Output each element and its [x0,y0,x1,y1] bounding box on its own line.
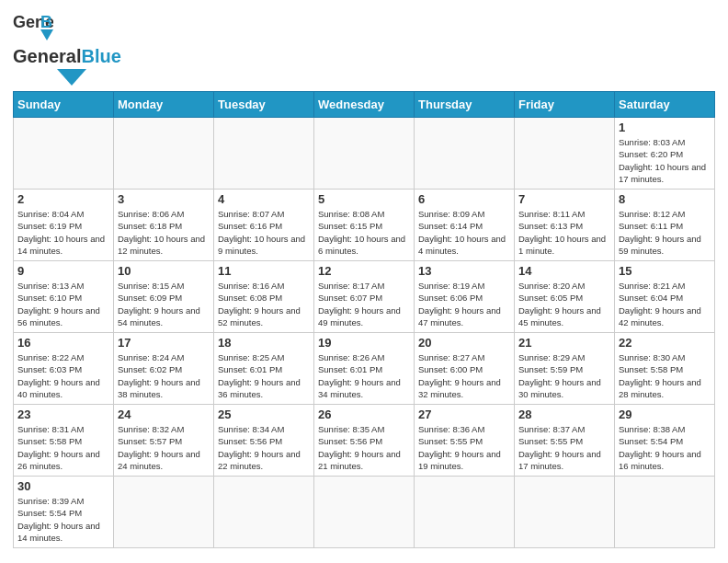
calendar-cell [314,477,415,548]
calendar-cell: 10Sunrise: 8:15 AM Sunset: 6:09 PM Dayli… [114,261,214,333]
day-number: 8 [619,192,711,206]
calendar-cell [615,477,715,548]
calendar-week-row: 30Sunrise: 8:39 AM Sunset: 5:54 PM Dayli… [14,477,715,548]
day-info: Sunrise: 8:39 AM Sunset: 5:54 PM Dayligh… [17,495,109,544]
logo-triangle [57,69,86,86]
calendar-cell [314,118,415,190]
day-number: 18 [218,336,310,350]
calendar-cell: 20Sunrise: 8:27 AM Sunset: 6:00 PM Dayli… [415,333,515,405]
day-number: 23 [17,408,109,421]
day-number: 11 [218,264,310,278]
calendar-cell [515,118,615,190]
day-number: 30 [17,479,109,493]
calendar-cell: 7Sunrise: 8:11 AM Sunset: 6:13 PM Daylig… [515,190,615,261]
weekday-header-saturday: Saturday [615,92,715,118]
day-info: Sunrise: 8:34 AM Sunset: 5:56 PM Dayligh… [218,423,310,472]
logo: General B GeneralBlue [13,9,121,86]
page: General B GeneralBlue SundayMondayTuesda… [0,0,728,561]
day-number: 4 [218,192,310,206]
day-number: 26 [318,408,410,421]
day-number: 17 [118,336,210,350]
calendar-cell: 3Sunrise: 8:06 AM Sunset: 6:18 PM Daylig… [114,190,214,261]
calendar-cell [14,118,114,190]
day-info: Sunrise: 8:24 AM Sunset: 6:02 PM Dayligh… [118,351,210,400]
calendar-cell: 30Sunrise: 8:39 AM Sunset: 5:54 PM Dayli… [14,477,114,548]
day-info: Sunrise: 8:20 AM Sunset: 6:05 PM Dayligh… [518,280,610,328]
day-number: 27 [418,408,510,421]
calendar-cell: 26Sunrise: 8:35 AM Sunset: 5:56 PM Dayli… [314,405,415,477]
calendar-table: SundayMondayTuesdayWednesdayThursdayFrid… [13,91,715,548]
day-info: Sunrise: 8:35 AM Sunset: 5:56 PM Dayligh… [318,423,410,472]
day-info: Sunrise: 8:11 AM Sunset: 6:13 PM Dayligh… [518,208,610,257]
calendar-week-row: 9Sunrise: 8:13 AM Sunset: 6:10 PM Daylig… [14,261,715,333]
calendar-cell: 13Sunrise: 8:19 AM Sunset: 6:06 PM Dayli… [415,261,515,333]
calendar-cell: 18Sunrise: 8:25 AM Sunset: 6:01 PM Dayli… [214,333,314,405]
day-number: 21 [518,336,610,350]
calendar-week-row: 23Sunrise: 8:31 AM Sunset: 5:58 PM Dayli… [14,405,715,477]
day-info: Sunrise: 8:31 AM Sunset: 5:58 PM Dayligh… [17,423,109,472]
calendar-week-row: 16Sunrise: 8:22 AM Sunset: 6:03 PM Dayli… [14,333,715,405]
day-number: 20 [418,336,510,350]
calendar-cell: 25Sunrise: 8:34 AM Sunset: 5:56 PM Dayli… [214,405,314,477]
weekday-header-thursday: Thursday [415,92,515,118]
day-number: 12 [318,264,410,278]
day-info: Sunrise: 8:17 AM Sunset: 6:07 PM Dayligh… [318,280,410,328]
day-info: Sunrise: 8:03 AM Sunset: 6:20 PM Dayligh… [619,136,711,185]
day-info: Sunrise: 8:32 AM Sunset: 5:57 PM Dayligh… [118,423,210,472]
logo-general: General [13,46,81,66]
day-number: 10 [118,264,210,278]
day-number: 2 [17,192,109,206]
calendar-cell: 1Sunrise: 8:03 AM Sunset: 6:20 PM Daylig… [615,118,715,190]
day-number: 16 [17,336,109,350]
day-info: Sunrise: 8:16 AM Sunset: 6:08 PM Dayligh… [218,280,310,328]
calendar-cell: 24Sunrise: 8:32 AM Sunset: 5:57 PM Dayli… [114,405,214,477]
calendar-cell: 11Sunrise: 8:16 AM Sunset: 6:08 PM Dayli… [214,261,314,333]
calendar-cell [114,477,214,548]
day-info: Sunrise: 8:21 AM Sunset: 6:04 PM Dayligh… [619,280,711,328]
day-info: Sunrise: 8:09 AM Sunset: 6:14 PM Dayligh… [418,208,510,257]
day-info: Sunrise: 8:29 AM Sunset: 5:59 PM Dayligh… [518,351,610,400]
logo-icon: General B [13,9,53,44]
logo-blue: Blue [81,46,120,66]
calendar-cell: 22Sunrise: 8:30 AM Sunset: 5:58 PM Dayli… [615,333,715,405]
svg-text:B: B [40,13,52,31]
calendar-cell: 6Sunrise: 8:09 AM Sunset: 6:14 PM Daylig… [415,190,515,261]
calendar-cell: 2Sunrise: 8:04 AM Sunset: 6:19 PM Daylig… [14,190,114,261]
day-info: Sunrise: 8:06 AM Sunset: 6:18 PM Dayligh… [118,208,210,257]
day-info: Sunrise: 8:07 AM Sunset: 6:16 PM Dayligh… [218,208,310,257]
day-info: Sunrise: 8:38 AM Sunset: 5:54 PM Dayligh… [619,423,711,472]
day-number: 29 [619,408,711,421]
weekday-header-tuesday: Tuesday [214,92,314,118]
calendar-cell: 19Sunrise: 8:26 AM Sunset: 6:01 PM Dayli… [314,333,415,405]
day-number: 1 [619,121,711,134]
day-number: 24 [118,408,210,421]
calendar-cell: 15Sunrise: 8:21 AM Sunset: 6:04 PM Dayli… [615,261,715,333]
day-number: 14 [518,264,610,278]
weekday-header-sunday: Sunday [14,92,114,118]
day-number: 22 [619,336,711,350]
header: General B GeneralBlue [13,9,715,86]
calendar-cell: 12Sunrise: 8:17 AM Sunset: 6:07 PM Dayli… [314,261,415,333]
day-info: Sunrise: 8:15 AM Sunset: 6:09 PM Dayligh… [118,280,210,328]
day-info: Sunrise: 8:26 AM Sunset: 6:01 PM Dayligh… [318,351,410,400]
day-info: Sunrise: 8:30 AM Sunset: 5:58 PM Dayligh… [619,351,711,400]
calendar-cell [415,118,515,190]
calendar-cell: 14Sunrise: 8:20 AM Sunset: 6:05 PM Dayli… [515,261,615,333]
calendar-week-row: 2Sunrise: 8:04 AM Sunset: 6:19 PM Daylig… [14,190,715,261]
calendar-cell: 27Sunrise: 8:36 AM Sunset: 5:55 PM Dayli… [415,405,515,477]
calendar-cell: 9Sunrise: 8:13 AM Sunset: 6:10 PM Daylig… [14,261,114,333]
day-number: 5 [318,192,410,206]
calendar-cell: 21Sunrise: 8:29 AM Sunset: 5:59 PM Dayli… [515,333,615,405]
calendar-cell: 4Sunrise: 8:07 AM Sunset: 6:16 PM Daylig… [214,190,314,261]
day-info: Sunrise: 8:22 AM Sunset: 6:03 PM Dayligh… [17,351,109,400]
calendar-cell: 29Sunrise: 8:38 AM Sunset: 5:54 PM Dayli… [615,405,715,477]
calendar-cell: 23Sunrise: 8:31 AM Sunset: 5:58 PM Dayli… [14,405,114,477]
day-number: 19 [318,336,410,350]
day-number: 25 [218,408,310,421]
day-info: Sunrise: 8:27 AM Sunset: 6:00 PM Dayligh… [418,351,510,400]
calendar-cell: 28Sunrise: 8:37 AM Sunset: 5:55 PM Dayli… [515,405,615,477]
weekday-header-monday: Monday [114,92,214,118]
day-info: Sunrise: 8:08 AM Sunset: 6:15 PM Dayligh… [318,208,410,257]
day-number: 13 [418,264,510,278]
day-info: Sunrise: 8:04 AM Sunset: 6:19 PM Dayligh… [17,208,109,257]
